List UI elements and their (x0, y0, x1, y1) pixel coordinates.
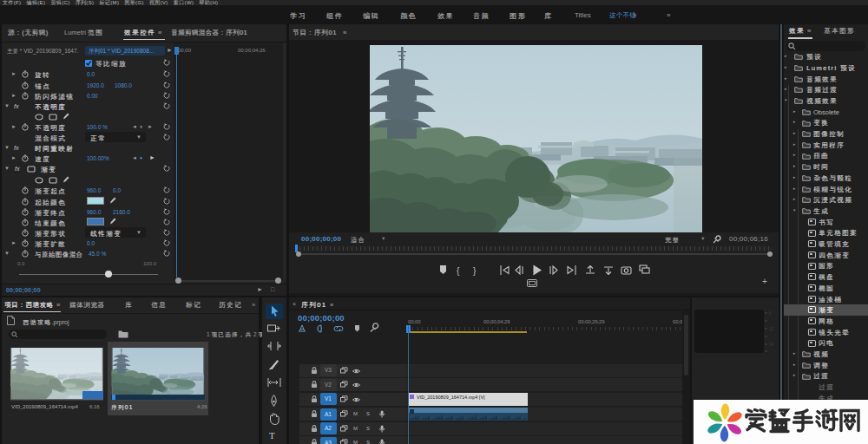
svg-text:24: 24 (769, 343, 774, 347)
svg-text:{: { (457, 266, 460, 276)
svg-text:}: } (473, 266, 477, 276)
svg-text:0: 0 (769, 311, 772, 316)
svg-text:12: 12 (769, 327, 774, 331)
